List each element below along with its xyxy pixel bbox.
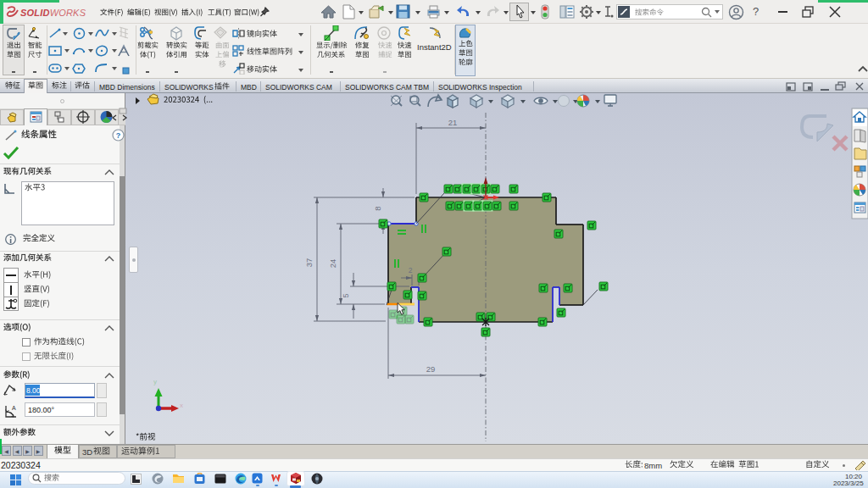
svg-text:?: ? [116,131,121,140]
svg-text:21: 21 [448,118,458,127]
svg-text:A: A [12,405,16,411]
svg-text:24: 24 [328,259,337,269]
svg-text:x: x [180,402,183,409]
svg-text:37: 37 [304,258,314,268]
svg-text:5: 5 [342,293,350,297]
svg-text:2: 2 [409,266,413,274]
svg-text:29: 29 [426,364,436,374]
svg-text:8: 8 [373,206,382,210]
svg-text:y: y [153,378,157,385]
